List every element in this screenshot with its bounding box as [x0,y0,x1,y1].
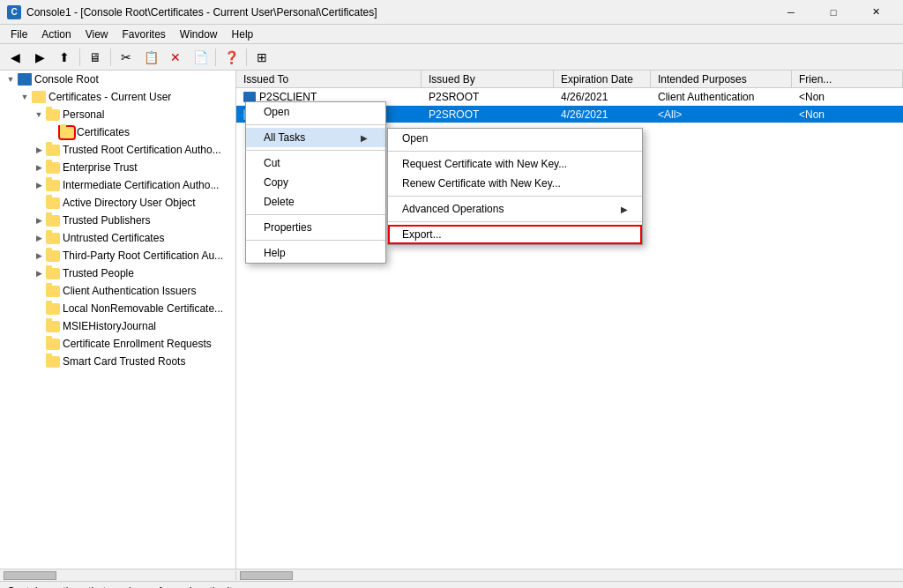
right-scroll-thumb[interactable] [240,571,293,580]
computer-icon [18,73,32,86]
app-icon: C [7,5,21,19]
tree-item-certificates[interactable]: Certificates [0,123,235,141]
title-bar: C Console1 - [Console Root\Certificates … [0,0,903,25]
toolbar: ◀ ▶ ⬆ 🖥 ✂ 📋 ✕ 📄 ❓ ⊞ [0,44,903,71]
tree-item-ad-user-object[interactable]: Active Directory User Object [0,194,235,212]
right-panel: Issued To Issued By Expiration Date Inte… [236,71,903,569]
status-text: Contains actions that can be performed o… [7,585,250,589]
col-expiration[interactable]: Expiration Date [554,71,651,87]
tree-label: Client Authentication Issuers [63,285,196,297]
folder-icon [46,197,60,209]
tree-item-untrusted[interactable]: ▶ Untrusted Certificates [0,229,235,247]
menu-action[interactable]: Action [34,26,78,42]
ctx-sep1 [246,124,385,125]
tree-item-personal[interactable]: ▼ Personal [0,106,235,123]
menu-file[interactable]: File [4,26,34,42]
tree-label: Personal [63,108,104,121]
toolbar-sep4 [246,48,247,66]
menu-help[interactable]: Help [225,26,261,42]
col-issued-by[interactable]: Issued By [422,71,554,87]
ctx-delete[interactable]: Delete [246,192,385,212]
toolbar-back[interactable]: ◀ [4,47,26,68]
toolbar-cut[interactable]: ✂ [115,47,138,68]
ctx-open[interactable]: Open [246,102,385,122]
tree-item-cert-enrollment[interactable]: Certificate Enrollment Requests [0,335,235,353]
col-friendly[interactable]: Frien... [792,71,903,87]
left-hscroll[interactable] [0,571,236,580]
toolbar-view[interactable]: ⊞ [250,47,273,68]
tree-item-intermediate[interactable]: ▶ Intermediate Certification Autho... [0,176,235,194]
toolbar-sep1 [79,48,80,66]
folder-icon [46,268,60,279]
expand-icon: ▶ [32,160,46,175]
toolbar-delete[interactable]: ✕ [164,47,187,68]
tree-item-local-nonremovable[interactable]: Local NonRemovable Certificate... [0,300,235,317]
tree-item-console-root[interactable]: ▼ Console Root [0,71,235,88]
tree-item-smart-card[interactable]: Smart Card Trusted Roots [0,353,235,370]
cert-icon [243,92,256,102]
ctx-copy[interactable]: Copy [246,173,385,192]
sub-open[interactable]: Open [388,129,642,148]
toolbar-show-hide[interactable]: 🖥 [84,47,107,68]
ctx-cut[interactable]: Cut [246,153,385,173]
tree-item-trusted-people[interactable]: ▶ Trusted People [0,264,235,282]
tree-item-msie[interactable]: MSIEHistoryJournal [0,317,235,335]
right-hscroll[interactable] [236,571,903,580]
maximize-button[interactable]: □ [813,2,854,23]
left-scroll-thumb[interactable] [4,571,56,580]
toolbar-help[interactable]: ❓ [220,47,243,68]
ctx-all-tasks[interactable]: All Tasks ▶ Open Request Certificate wit… [246,128,385,147]
expand-icon [32,354,46,368]
col-issued-to[interactable]: Issued To [236,71,422,87]
expand-icon: ▶ [32,213,46,227]
toolbar-sep3 [215,48,216,66]
menu-window[interactable]: Window [173,26,225,42]
folder-highlight-icon [60,127,74,138]
context-menu: Open All Tasks ▶ Open Request Certificat… [245,101,386,264]
horizontal-scrollbar[interactable] [0,569,903,581]
minimize-button[interactable]: ─ [771,2,811,23]
expand-icon [32,196,46,210]
expand-icon: ▶ [32,249,46,263]
cert-issued-by: P2SROOT [422,90,554,104]
tree-item-enterprise-trust[interactable]: ▶ Enterprise Trust [0,159,235,176]
tree-label: Intermediate Certification Autho... [63,179,219,191]
toolbar-forward[interactable]: ▶ [28,47,51,68]
sub-export[interactable]: Export... [388,225,642,244]
cert-purposes: <All> [651,108,792,122]
window-controls: ─ □ ✕ [771,2,896,23]
folder-icon [46,162,60,174]
tree-item-trusted-publishers[interactable]: ▶ Trusted Publishers [0,212,235,229]
close-button[interactable]: ✕ [855,2,896,23]
sub-renew-new-key[interactable]: Renew Certificate with New Key... [388,174,642,193]
expand-icon [32,319,46,333]
sub-sep2 [388,196,642,197]
ctx-properties[interactable]: Properties [246,218,385,237]
sub-sep1 [388,151,642,152]
expand-icon [32,284,46,298]
sub-sep3 [388,221,642,222]
folder-icon [46,356,60,368]
tree-label: Console Root [34,73,99,86]
tree-label: Untrusted Certificates [63,232,164,244]
col-intended-purposes[interactable]: Intended Purposes [651,71,792,87]
tree-item-third-party[interactable]: ▶ Third-Party Root Certification Au... [0,247,235,264]
ctx-help[interactable]: Help [246,243,385,263]
menu-view[interactable]: View [78,26,116,42]
sub-request-new-key[interactable]: Request Certificate with New Key... [388,154,642,174]
tree-label: Certificates [77,126,130,138]
toolbar-copy[interactable]: 📋 [139,47,162,68]
sub-advanced-ops[interactable]: Advanced Operations ▶ [388,199,642,219]
tree-item-trusted-root[interactable]: ▶ Trusted Root Certification Autho... [0,141,235,159]
toolbar-up[interactable]: ⬆ [53,47,76,68]
menu-bar: File Action View Favorites Window Help [0,25,903,44]
submenu: Open Request Certificate with New Key...… [387,128,643,245]
tree-item-certs-current-user[interactable]: ▼ Certificates - Current User [0,88,235,106]
toolbar-sep2 [110,48,111,66]
menu-favorites[interactable]: Favorites [116,26,173,42]
toolbar-properties[interactable]: 📄 [189,47,212,68]
ctx-sep2 [246,150,385,151]
folder-icon [46,180,60,191]
expand-icon: ▶ [32,143,46,157]
tree-item-client-auth[interactable]: Client Authentication Issuers [0,282,235,300]
